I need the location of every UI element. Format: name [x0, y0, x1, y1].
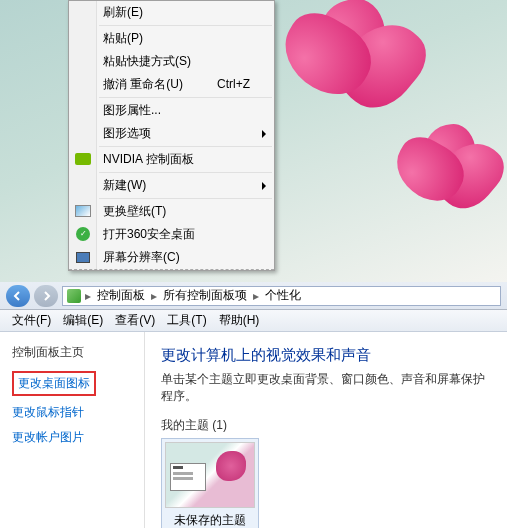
menu-separator — [99, 172, 272, 173]
theme-name: 未保存的主题 — [165, 508, 255, 528]
menu-shortcut: Ctrl+Z — [217, 76, 250, 93]
context-menu-item[interactable]: 更换壁纸(T) — [69, 200, 274, 223]
control-panel-icon — [67, 289, 81, 303]
sidebar-link[interactable]: 更改桌面图标 — [12, 371, 96, 396]
breadcrumb-segment[interactable]: 控制面板 — [95, 287, 147, 304]
menu-item-label: 粘贴(P) — [103, 30, 143, 47]
menu-item-label: 图形选项 — [103, 125, 151, 142]
my-themes-label: 我的主题 (1) — [161, 417, 491, 434]
menu-item-label: 新建(W) — [103, 177, 146, 194]
menu-separator — [99, 146, 272, 147]
menu-item-label: 更换壁纸(T) — [103, 203, 166, 220]
360-icon: ✓ — [74, 225, 92, 243]
control-panel-window: ▸ 控制面板 ▸ 所有控制面板项 ▸ 个性化 文件(F)编辑(E)查看(V)工具… — [0, 282, 507, 528]
back-button[interactable] — [6, 285, 30, 307]
monitor-icon — [74, 248, 92, 266]
page-subtitle: 单击某个主题立即更改桌面背景、窗口颜色、声音和屏幕保护程序。 — [161, 371, 491, 405]
menu-bar-item[interactable]: 查看(V) — [109, 310, 161, 331]
menu-bar-item[interactable]: 文件(F) — [6, 310, 57, 331]
breadcrumb-separator: ▸ — [251, 289, 261, 303]
theme-thumbnail — [165, 442, 255, 508]
context-menu-item[interactable]: 图形选项 — [69, 122, 274, 145]
breadcrumb-separator: ▸ — [149, 289, 159, 303]
context-menu-item[interactable]: 新建(W) — [69, 174, 274, 197]
menu-separator — [99, 25, 272, 26]
submenu-arrow-icon — [262, 130, 266, 138]
context-menu-item[interactable]: NVIDIA 控制面板 — [69, 148, 274, 171]
menu-bar-item[interactable]: 编辑(E) — [57, 310, 109, 331]
desktop-background: 刷新(E)粘贴(P)粘贴快捷方式(S)撤消 重命名(U)Ctrl+Z图形属性..… — [0, 0, 507, 282]
wallpaper-icon — [74, 202, 92, 220]
theme-item[interactable]: 未保存的主题 — [161, 438, 259, 528]
menu-separator — [99, 198, 272, 199]
sidebar-link[interactable]: 更改帐户图片 — [12, 429, 132, 446]
menu-separator — [99, 97, 272, 98]
address-bar[interactable]: ▸ 控制面板 ▸ 所有控制面板项 ▸ 个性化 — [62, 286, 501, 306]
context-menu-item[interactable]: 图形属性... — [69, 99, 274, 122]
flower-decoration — [10, 170, 70, 230]
breadcrumb-segment[interactable]: 个性化 — [263, 287, 303, 304]
menu-bar: 文件(F)编辑(E)查看(V)工具(T)帮助(H) — [0, 310, 507, 332]
menu-bar-item[interactable]: 工具(T) — [161, 310, 212, 331]
sidebar: 控制面板主页 更改桌面图标更改鼠标指针更改帐户图片 — [0, 332, 145, 528]
flower-decoration — [277, 0, 427, 110]
context-menu-item[interactable]: 粘贴(P) — [69, 27, 274, 50]
content-area: 更改计算机上的视觉效果和声音 单击某个主题立即更改桌面背景、窗口颜色、声音和屏幕… — [145, 332, 507, 528]
context-menu-item[interactable]: 撤消 重命名(U)Ctrl+Z — [69, 73, 274, 96]
page-title: 更改计算机上的视觉效果和声音 — [161, 346, 491, 365]
menu-item-label: 撤消 重命名(U) — [103, 76, 183, 93]
window-nav-bar: ▸ 控制面板 ▸ 所有控制面板项 ▸ 个性化 — [0, 282, 507, 310]
flower-decoration — [392, 110, 502, 220]
menu-bar-item[interactable]: 帮助(H) — [213, 310, 266, 331]
menu-item-label: 刷新(E) — [103, 4, 143, 21]
breadcrumb-segment[interactable]: 所有控制面板项 — [161, 287, 249, 304]
menu-item-label: 打开360安全桌面 — [103, 226, 195, 243]
sidebar-title: 控制面板主页 — [12, 344, 132, 361]
forward-button[interactable] — [34, 285, 58, 307]
menu-item-label: NVIDIA 控制面板 — [103, 151, 194, 168]
submenu-arrow-icon — [262, 182, 266, 190]
nvidia-icon — [74, 150, 92, 168]
menu-item-label: 图形属性... — [103, 102, 161, 119]
menu-item-label: 粘贴快捷方式(S) — [103, 53, 191, 70]
context-menu-item[interactable]: 粘贴快捷方式(S) — [69, 50, 274, 73]
menu-item-label: 屏幕分辨率(C) — [103, 249, 180, 266]
breadcrumb-separator: ▸ — [83, 289, 93, 303]
sidebar-link[interactable]: 更改鼠标指针 — [12, 404, 132, 421]
context-menu-item[interactable]: 屏幕分辨率(C) — [69, 246, 274, 270]
context-menu-item[interactable]: 刷新(E) — [69, 1, 274, 24]
desktop-context-menu: 刷新(E)粘贴(P)粘贴快捷方式(S)撤消 重命名(U)Ctrl+Z图形属性..… — [68, 0, 275, 271]
context-menu-item[interactable]: 打开360安全桌面✓ — [69, 223, 274, 246]
